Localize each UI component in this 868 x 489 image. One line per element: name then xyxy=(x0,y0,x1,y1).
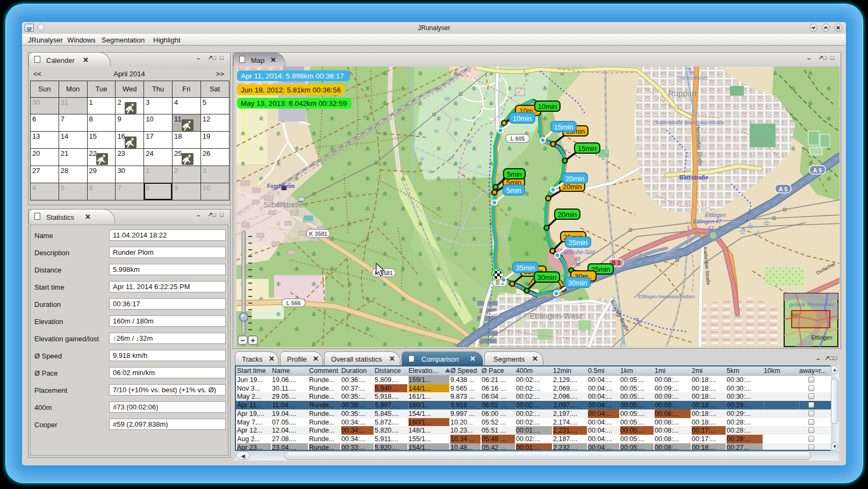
svg-text:Rüppurr: Rüppurr xyxy=(668,89,697,98)
svg-text:Forchheim: Forchheim xyxy=(267,183,295,189)
svg-text:A 5: A 5 xyxy=(813,167,822,174)
svg-text:47: 47 xyxy=(707,226,714,232)
svg-text:Battstraße: Battstraße xyxy=(679,174,708,181)
svg-text:10min: 10min xyxy=(513,114,532,123)
svg-text:35min: 35min xyxy=(516,264,535,272)
svg-text:L 605: L 605 xyxy=(511,135,525,142)
svg-text:Apr 11, 2014: 5.998km 00:36:17: Apr 11, 2014: 5.998km 00:36:17 xyxy=(241,72,344,80)
svg-text:K 3581: K 3581 xyxy=(309,231,327,237)
svg-text:30min: 30min xyxy=(568,279,587,287)
svg-text:30min: 30min xyxy=(537,274,556,282)
svg-text:Jun 19, 2012: 5.81km 00:36:56: Jun 19, 2012: 5.81km 00:36:56 xyxy=(241,86,341,94)
svg-text:Ettlingen: Ettlingen xyxy=(705,212,726,218)
svg-text:Ettlingen-West: Ettlingen-West xyxy=(529,311,582,320)
svg-text:25min: 25min xyxy=(569,239,587,247)
svg-text:−: − xyxy=(241,336,245,344)
svg-text:20min: 20min xyxy=(565,175,584,183)
svg-text:Tulpenstraße Diakonissenstraße: Tulpenstraße Diakonissenstraße xyxy=(655,120,724,125)
svg-text:Silberstreifen: Silberstreifen xyxy=(263,200,307,209)
svg-text:Ettlingen 47: Ettlingen 47 xyxy=(693,219,722,225)
svg-text:Ostendorfplatz: Ostendorfplatz xyxy=(677,75,708,81)
svg-text:15min: 15min xyxy=(578,145,597,153)
svg-text:A 5: A 5 xyxy=(779,186,788,192)
svg-text:+: + xyxy=(251,336,255,344)
svg-text:15min: 15min xyxy=(554,123,573,131)
svg-text:Ettlingen: Ettlingen xyxy=(812,335,833,341)
svg-text:L 566: L 566 xyxy=(286,300,301,306)
svg-text:Karlsruhe-Süd: Karlsruhe-Süd xyxy=(560,249,594,255)
svg-text:5min: 5min xyxy=(506,186,521,195)
svg-text:May 13, 2013: 6.042km 00:32:59: May 13, 2013: 6.042km 00:32:59 xyxy=(241,99,347,107)
svg-text:10min: 10min xyxy=(538,103,557,111)
svg-text:20min: 20min xyxy=(558,211,577,219)
svg-text:gelände Rheinstetten: gelände Rheinstetten xyxy=(790,302,833,307)
svg-text:5min: 5min xyxy=(507,170,522,178)
svg-text:48: 48 xyxy=(574,256,580,262)
svg-text:Ettlingen-Neuwiesenreben: Ettlingen-Neuwiesenreben xyxy=(638,294,695,299)
